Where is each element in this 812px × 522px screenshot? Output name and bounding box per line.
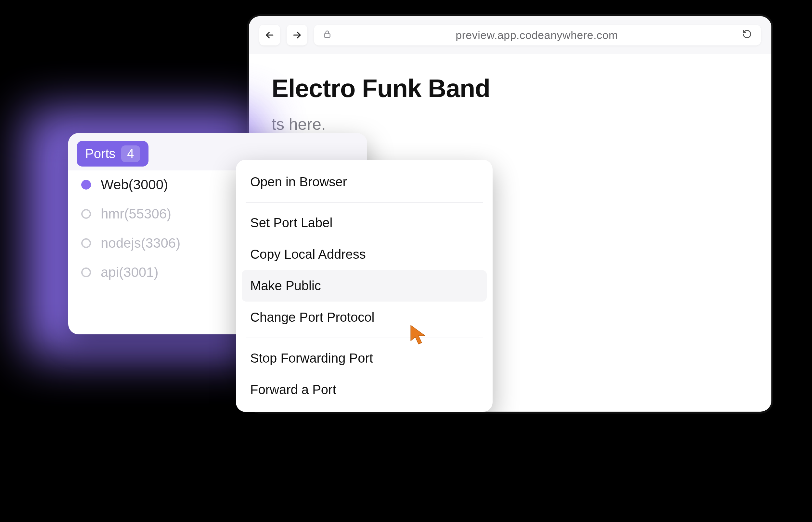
port-label: Web(3000) — [101, 177, 168, 193]
context-menu-separator — [246, 338, 483, 338]
status-dot-icon — [81, 180, 91, 189]
arrow-left-icon — [265, 30, 274, 40]
address-text: preview.app.codeanywhere.com — [338, 29, 736, 42]
context-menu-item[interactable]: Stop Forwarding Port — [236, 342, 492, 374]
back-button[interactable] — [259, 25, 280, 45]
ports-tab[interactable]: Ports 4 — [77, 141, 149, 166]
status-dot-icon — [81, 209, 91, 219]
port-label: hmr(55306) — [101, 206, 171, 222]
lock-icon — [323, 29, 331, 41]
context-menu-item[interactable]: Set Port Label — [236, 207, 492, 239]
page-title: Electro Funk Band — [272, 74, 749, 103]
reload-icon[interactable] — [742, 29, 752, 41]
arrow-right-icon — [292, 30, 302, 40]
context-menu-item[interactable]: Change Port Protocol — [236, 302, 492, 333]
ports-tab-label: Ports — [85, 146, 115, 161]
context-menu-item[interactable]: Open in Browser — [236, 166, 492, 198]
context-menu-item[interactable]: Forward a Port — [236, 374, 492, 405]
ports-count-badge: 4 — [121, 145, 140, 162]
forward-button[interactable] — [287, 25, 307, 45]
svg-rect-2 — [324, 34, 330, 37]
port-label: nodejs(3306) — [101, 235, 180, 251]
port-label: api(3001) — [101, 265, 158, 280]
address-bar[interactable]: preview.app.codeanywhere.com — [314, 25, 761, 45]
port-context-menu: Open in BrowserSet Port LabelCopy Local … — [236, 160, 492, 412]
context-menu-item[interactable]: Copy Local Address — [236, 239, 492, 270]
context-menu-separator — [246, 202, 483, 203]
browser-toolbar: preview.app.codeanywhere.com — [249, 16, 771, 54]
status-dot-icon — [81, 267, 91, 277]
page-subtext: ts here. — [272, 115, 749, 134]
status-dot-icon — [81, 238, 91, 248]
context-menu-item[interactable]: Make Public — [242, 270, 487, 302]
